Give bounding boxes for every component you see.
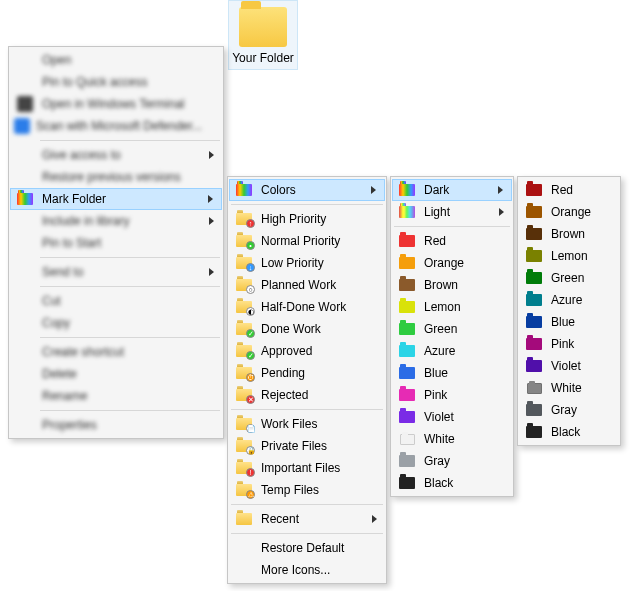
- half-done-icon: ◐: [233, 299, 255, 315]
- menu-color-violet-label: Violet: [424, 410, 454, 424]
- menu-restore-default-label: Restore Default: [261, 541, 344, 555]
- mark-folder-menu: Colors ↑ High Priority • Normal Priority…: [227, 176, 387, 584]
- menu-color-orange[interactable]: Orange: [392, 252, 512, 274]
- menu-pin-start[interactable]: Pin to Start: [10, 232, 222, 254]
- menu-dark-pink[interactable]: Pink: [519, 333, 619, 355]
- dark-pink-folder-icon: [523, 336, 545, 352]
- menu-half-done[interactable]: ◐ Half-Done Work: [229, 296, 385, 318]
- menu-rename[interactable]: Rename: [10, 385, 222, 407]
- menu-dark-orange[interactable]: Orange: [519, 201, 619, 223]
- menu-color-violet[interactable]: Violet: [392, 406, 512, 428]
- menu-color-green[interactable]: Green: [392, 318, 512, 340]
- menu-light-label: Light: [424, 205, 450, 219]
- menu-dark-green[interactable]: Green: [519, 267, 619, 289]
- menu-copy[interactable]: Copy: [10, 312, 222, 334]
- menu-delete[interactable]: Delete: [10, 363, 222, 385]
- menu-high-priority[interactable]: ↑ High Priority: [229, 208, 385, 230]
- menu-colors[interactable]: Colors: [229, 179, 385, 201]
- menu-give-access[interactable]: Give access to: [10, 144, 222, 166]
- menu-work-files[interactable]: 📄 Work Files: [229, 413, 385, 435]
- menu-color-orange-label: Orange: [424, 256, 464, 270]
- menu-pin-quick-access[interactable]: Pin to Quick access: [10, 71, 222, 93]
- blank-icon: [14, 264, 36, 280]
- menu-approved[interactable]: ✓ Approved: [229, 340, 385, 362]
- chevron-right-icon: [208, 195, 213, 203]
- green-folder-icon: [396, 321, 418, 337]
- menu-cut[interactable]: Cut: [10, 290, 222, 312]
- menu-restore-default[interactable]: Restore Default: [229, 537, 385, 559]
- menu-dark-brown[interactable]: Brown: [519, 223, 619, 245]
- white-folder-icon: [396, 431, 418, 447]
- menu-separator: [394, 226, 510, 227]
- menu-open[interactable]: Open: [10, 49, 222, 71]
- menu-color-brown-label: Brown: [424, 278, 458, 292]
- menu-restore-versions[interactable]: Restore previous versions: [10, 166, 222, 188]
- menu-dark[interactable]: Dark: [392, 179, 512, 201]
- red-folder-icon: [396, 233, 418, 249]
- menu-private-files[interactable]: 🔒 Private Files: [229, 435, 385, 457]
- menu-light[interactable]: Light: [392, 201, 512, 223]
- menu-open-terminal[interactable]: Open in Windows Terminal: [10, 93, 222, 115]
- menu-pin-quick-access-label: Pin to Quick access: [42, 75, 147, 89]
- menu-recent[interactable]: Recent: [229, 508, 385, 530]
- menu-color-gray[interactable]: Gray: [392, 450, 512, 472]
- menu-scan-defender-label: Scan with Microsoft Defender...: [36, 119, 202, 133]
- menu-dark-white[interactable]: White: [519, 377, 619, 399]
- chevron-right-icon: [209, 217, 214, 225]
- menu-dark-brown-label: Brown: [551, 227, 585, 241]
- menu-dark-blue-label: Blue: [551, 315, 575, 329]
- menu-properties[interactable]: Properties: [10, 414, 222, 436]
- menu-color-blue-label: Blue: [424, 366, 448, 380]
- menu-include-library[interactable]: Include in library: [10, 210, 222, 232]
- menu-more-icons[interactable]: More Icons...: [229, 559, 385, 581]
- blank-icon: [14, 344, 36, 360]
- menu-dark-black[interactable]: Black: [519, 421, 619, 443]
- menu-properties-label: Properties: [42, 418, 97, 432]
- menu-work-files-label: Work Files: [261, 417, 317, 431]
- menu-pending[interactable]: ⏱ Pending: [229, 362, 385, 384]
- menu-create-shortcut[interactable]: Create shortcut: [10, 341, 222, 363]
- menu-restore-versions-label: Restore previous versions: [42, 170, 181, 184]
- menu-color-pink[interactable]: Pink: [392, 384, 512, 406]
- menu-mark-folder[interactable]: Mark Folder: [10, 188, 222, 210]
- menu-dark-blue[interactable]: Blue: [519, 311, 619, 333]
- folder-item[interactable]: Your Folder: [228, 0, 298, 70]
- menu-colors-label: Colors: [261, 183, 296, 197]
- menu-dark-red[interactable]: Red: [519, 179, 619, 201]
- menu-rename-label: Rename: [42, 389, 87, 403]
- chevron-right-icon: [372, 515, 377, 523]
- menu-scan-defender[interactable]: Scan with Microsoft Defender...: [10, 115, 222, 137]
- menu-rejected[interactable]: ✕ Rejected: [229, 384, 385, 406]
- blank-icon: [233, 562, 255, 578]
- menu-color-brown[interactable]: Brown: [392, 274, 512, 296]
- menu-dark-label: Dark: [424, 183, 449, 197]
- menu-dark-green-label: Green: [551, 271, 584, 285]
- menu-low-priority[interactable]: ↓ Low Priority: [229, 252, 385, 274]
- dark-violet-folder-icon: [523, 358, 545, 374]
- menu-color-azure[interactable]: Azure: [392, 340, 512, 362]
- menu-planned-work[interactable]: ○ Planned Work: [229, 274, 385, 296]
- menu-temp-files[interactable]: ⚠ Temp Files: [229, 479, 385, 501]
- menu-dark-lemon[interactable]: Lemon: [519, 245, 619, 267]
- menu-color-red[interactable]: Red: [392, 230, 512, 252]
- menu-include-library-label: Include in library: [42, 214, 129, 228]
- menu-color-lemon[interactable]: Lemon: [392, 296, 512, 318]
- menu-color-white[interactable]: White: [392, 428, 512, 450]
- brown-folder-icon: [396, 277, 418, 293]
- menu-dark-violet[interactable]: Violet: [519, 355, 619, 377]
- folder-icon: [239, 7, 287, 47]
- menu-color-blue[interactable]: Blue: [392, 362, 512, 384]
- context-menu: Open Pin to Quick access Open in Windows…: [8, 46, 224, 439]
- menu-color-black[interactable]: Black: [392, 472, 512, 494]
- dark-orange-folder-icon: [523, 204, 545, 220]
- menu-send-to[interactable]: Send to: [10, 261, 222, 283]
- menu-important-files[interactable]: ! Important Files: [229, 457, 385, 479]
- menu-dark-gray[interactable]: Gray: [519, 399, 619, 421]
- dark-lemon-folder-icon: [523, 248, 545, 264]
- menu-dark-azure[interactable]: Azure: [519, 289, 619, 311]
- menu-color-green-label: Green: [424, 322, 457, 336]
- approved-icon: ✓: [233, 343, 255, 359]
- menu-done-work[interactable]: ✓ Done Work: [229, 318, 385, 340]
- menu-normal-priority[interactable]: • Normal Priority: [229, 230, 385, 252]
- menu-approved-label: Approved: [261, 344, 312, 358]
